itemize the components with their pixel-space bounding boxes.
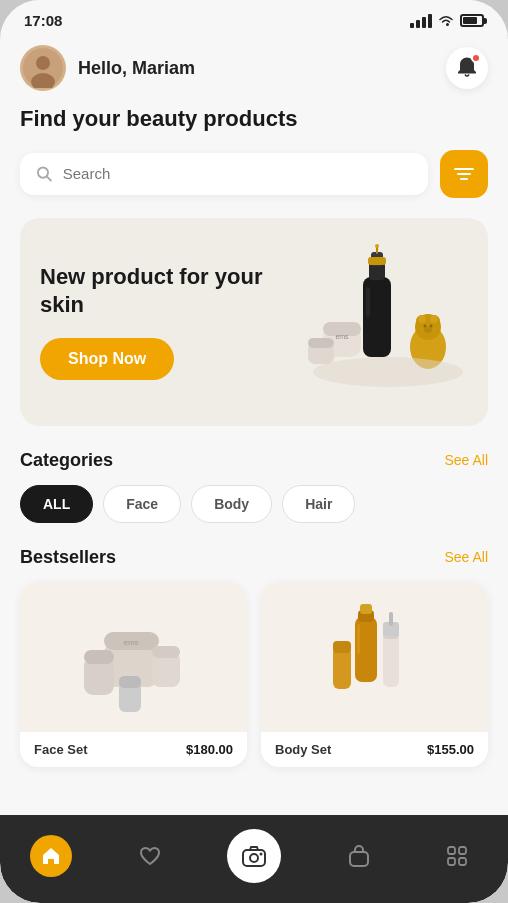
- scroll-content: Hello, Mariam Find your beauty products: [0, 35, 508, 815]
- grid-icon: [447, 846, 467, 866]
- status-icons: [410, 14, 484, 28]
- filter-icon: [453, 165, 475, 183]
- promo-banner: New product for your skin Shop Now: [20, 218, 488, 426]
- nav-favorites[interactable]: [129, 835, 171, 877]
- camera-icon: [242, 845, 266, 867]
- greeting-text: Hello, Mariam: [78, 58, 195, 79]
- nav-more[interactable]: [436, 835, 478, 877]
- user-info: Hello, Mariam: [20, 45, 195, 91]
- banner-content: New product for your skin Shop Now: [40, 263, 298, 380]
- category-hair[interactable]: Hair: [282, 485, 355, 523]
- svg-rect-42: [357, 624, 360, 654]
- product-card-body[interactable]: Body Set $155.00: [261, 582, 488, 767]
- svg-rect-41: [360, 604, 372, 614]
- svg-rect-43: [383, 632, 399, 687]
- svg-rect-49: [243, 850, 265, 866]
- status-time: 17:08: [24, 12, 62, 29]
- search-input[interactable]: [63, 165, 412, 182]
- bag-icon: [349, 845, 369, 867]
- bestsellers-see-all[interactable]: See All: [444, 549, 488, 565]
- home-icon: [41, 846, 61, 866]
- svg-text:ems: ems: [123, 638, 138, 647]
- bag-icon-wrap: [338, 835, 380, 877]
- category-face[interactable]: Face: [103, 485, 181, 523]
- banner-title: New product for your skin: [40, 263, 298, 318]
- svg-rect-45: [333, 647, 351, 689]
- product-card-face[interactable]: ems Face Set $180.00: [20, 582, 247, 767]
- svg-point-20: [430, 315, 438, 323]
- svg-rect-38: [119, 676, 141, 688]
- svg-point-23: [424, 327, 432, 333]
- search-icon: [36, 165, 53, 183]
- body-set-illustration: [315, 592, 435, 722]
- category-pills: ALL Face Body Hair: [20, 485, 488, 523]
- product-name-body: Body Set: [275, 742, 331, 757]
- product-image-face: ems: [20, 582, 247, 732]
- product-image-body: [261, 582, 488, 732]
- bestsellers-title: Bestsellers: [20, 547, 116, 568]
- search-row: [20, 150, 488, 198]
- serum-illustration: ems: [298, 242, 468, 402]
- svg-rect-34: [84, 650, 114, 664]
- svg-line-4: [47, 176, 51, 180]
- categories-see-all[interactable]: See All: [444, 452, 488, 468]
- product-name-face: Face Set: [34, 742, 87, 757]
- banner-image: ems: [298, 242, 468, 402]
- phone-container: 17:08: [0, 0, 508, 903]
- header: Hello, Mariam: [20, 35, 488, 105]
- page-title: Find your beauty products: [20, 105, 488, 134]
- face-set-illustration: ems: [74, 592, 194, 722]
- nav-cart[interactable]: [338, 835, 380, 877]
- notification-button[interactable]: [446, 47, 488, 89]
- product-info-body: Body Set $155.00: [261, 732, 488, 767]
- category-all[interactable]: ALL: [20, 485, 93, 523]
- svg-rect-52: [350, 852, 368, 866]
- avatar: [20, 45, 66, 91]
- products-grid: ems Face Set $180.00: [20, 582, 488, 767]
- signal-icon: [410, 14, 432, 28]
- status-bar: 17:08: [0, 0, 508, 35]
- search-box: [20, 153, 428, 195]
- svg-rect-56: [459, 858, 466, 865]
- svg-text:ems: ems: [335, 333, 349, 340]
- svg-point-29: [313, 357, 463, 387]
- category-body[interactable]: Body: [191, 485, 272, 523]
- svg-rect-14: [366, 287, 370, 317]
- heart-icon-wrap: [129, 835, 171, 877]
- wifi-icon: [438, 15, 454, 27]
- svg-rect-54: [459, 847, 466, 854]
- home-icon-wrap: [30, 835, 72, 877]
- battery-icon: [460, 14, 484, 27]
- product-price-body: $155.00: [427, 742, 474, 757]
- bottom-nav: [0, 815, 508, 903]
- categories-title: Categories: [20, 450, 113, 471]
- svg-point-51: [260, 853, 263, 856]
- bestsellers-header: Bestsellers See All: [20, 547, 488, 568]
- svg-point-12: [375, 244, 379, 248]
- svg-point-50: [250, 854, 258, 862]
- svg-point-1: [36, 56, 50, 70]
- product-price-face: $180.00: [186, 742, 233, 757]
- notification-dot: [471, 53, 481, 63]
- shop-now-button[interactable]: Shop Now: [40, 338, 174, 380]
- svg-point-19: [418, 315, 426, 323]
- heart-icon: [139, 846, 161, 866]
- grid-icon-wrap: [436, 835, 478, 877]
- svg-rect-48: [389, 612, 393, 626]
- categories-header: Categories See All: [20, 450, 488, 471]
- product-info-face: Face Set $180.00: [20, 732, 247, 767]
- svg-rect-53: [448, 847, 455, 854]
- svg-rect-46: [333, 641, 351, 653]
- svg-point-21: [424, 324, 427, 327]
- svg-rect-13: [368, 257, 386, 265]
- svg-rect-28: [308, 338, 334, 348]
- svg-rect-36: [152, 646, 180, 658]
- svg-rect-55: [448, 858, 455, 865]
- svg-point-22: [430, 324, 433, 327]
- nav-camera[interactable]: [227, 829, 281, 883]
- nav-home[interactable]: [30, 835, 72, 877]
- filter-button[interactable]: [440, 150, 488, 198]
